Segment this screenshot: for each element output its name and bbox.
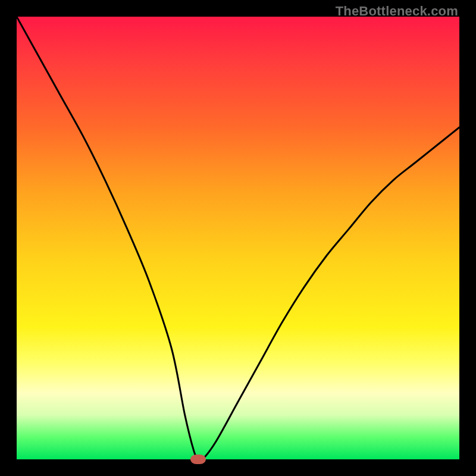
minimum-marker [190, 455, 206, 464]
chart-frame: TheBottleneck.com [0, 0, 476, 476]
bottleneck-curve [17, 17, 459, 459]
plot-area [17, 17, 459, 459]
curve-svg [17, 17, 459, 459]
